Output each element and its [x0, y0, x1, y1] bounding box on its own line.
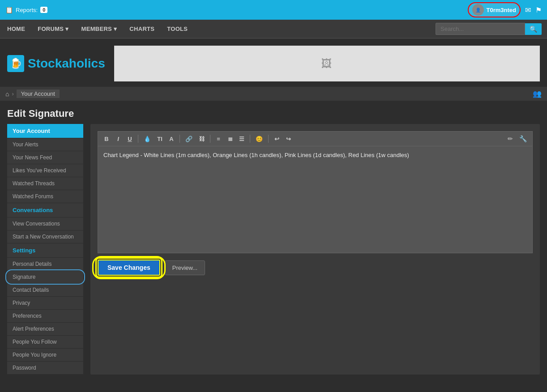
search-area: 🔍 [436, 23, 542, 35]
sidebar-item-alert-preferences[interactable]: Alert Preferences [7, 323, 83, 336]
save-btn-wrapper: Save Changes [98, 260, 160, 276]
toolbar-italic[interactable]: I [113, 135, 123, 143]
toolbar-underline[interactable]: U [125, 135, 135, 143]
page-title-area: Edit Signature [0, 102, 547, 124]
editor-body[interactable]: Chart Legend - White Lines (1m candles),… [98, 146, 533, 253]
sidebar-item-personal-details[interactable]: Personal Details [7, 258, 83, 271]
sidebar-item-contact-details[interactable]: Contact Details [7, 284, 83, 297]
brand-name: Stockaholics [28, 56, 105, 71]
save-changes-button[interactable]: Save Changes [98, 260, 160, 276]
nav-forums[interactable]: FORUMS ▾ [36, 26, 70, 32]
sidebar-item-newsfeed[interactable]: Your News Feed [7, 151, 83, 164]
sidebar-settings-header: Settings [7, 243, 83, 258]
sidebar-item-signature[interactable]: Signature [7, 271, 83, 284]
sidebar-item-watched-forums[interactable]: Watched Forums [7, 190, 83, 203]
content-area: B I U 💧 TI A 🔗 ⛓ ≡ ≣ ☰ 😊 ↩ ↪ ✏ 🔧 [90, 124, 540, 375]
flag-icon[interactable]: ⚑ [535, 6, 542, 14]
sidebar-item-alerts[interactable]: Your Alerts [7, 138, 83, 151]
sidebar-item-people-follow[interactable]: People You Follow [7, 336, 83, 349]
sidebar: Your Account Your Alerts Your News Feed … [7, 124, 83, 375]
reports-label: Reports: [16, 7, 38, 13]
nav-home[interactable]: HOME [5, 26, 27, 32]
toolbar-right: ✏ 🔧 [506, 134, 529, 143]
breadcrumb-users-icon: 👥 [533, 89, 542, 98]
sidebar-item-likes[interactable]: Likes You've Received [7, 164, 83, 177]
search-input[interactable] [436, 23, 525, 35]
toolbar-undo[interactable]: ↩ [272, 135, 282, 143]
toolbar-align[interactable]: ≡ [214, 135, 223, 143]
nav-tools[interactable]: TOOLS [165, 26, 189, 32]
top-bar-right: 👤 T0rm3nted ✉ ⚑ [468, 2, 542, 17]
toolbar-font[interactable]: A [167, 135, 176, 143]
mail-icon[interactable]: ✉ [525, 6, 531, 14]
sidebar-item-people-ignore[interactable]: People You Ignore [7, 349, 83, 362]
search-button[interactable]: 🔍 [525, 23, 542, 35]
toolbar-redo[interactable]: ↪ [283, 135, 293, 143]
breadcrumb: ⌂ › Your Account [5, 89, 60, 98]
toolbar-emoji[interactable]: 😊 [253, 135, 265, 143]
editor-content: Chart Legend - White Lines (1m candles),… [103, 152, 409, 158]
breadcrumb-home-icon[interactable]: ⌂ [5, 90, 9, 98]
preview-button[interactable]: Preview... [165, 260, 205, 275]
sidebar-item-view-conversations[interactable]: View Conversations [7, 217, 83, 230]
sidebar-item-password[interactable]: Password [7, 362, 83, 375]
main-layout: Your Account Your Alerts Your News Feed … [0, 124, 547, 382]
logo-icon: 🍺 [7, 55, 24, 72]
toolbar-list-ordered[interactable]: ≣ [225, 135, 235, 143]
toolbar-pencil-icon[interactable]: ✏ [506, 134, 515, 143]
sidebar-item-privacy[interactable]: Privacy [7, 297, 83, 310]
sidebar-item-preferences[interactable]: Preferences [7, 310, 83, 323]
toolbar-fontsize[interactable]: TI [155, 135, 165, 143]
brand-ad: 🖼 [114, 46, 540, 81]
username: T0rm3nted [487, 7, 516, 13]
report-icon: 📋 [5, 6, 13, 13]
toolbar-sep-3 [210, 135, 210, 143]
toolbar-unlink[interactable]: ⛓ [197, 135, 207, 143]
sidebar-item-watched-threads[interactable]: Watched Threads [7, 177, 83, 190]
toolbar-list-unordered[interactable]: ☰ [237, 135, 247, 143]
sidebar-item-new-conversation[interactable]: Start a New Conversation [7, 230, 83, 243]
toolbar-sep-4 [250, 135, 250, 143]
toolbar-sep-5 [268, 135, 269, 143]
toolbar-sep-1 [138, 135, 138, 143]
page-title: Edit Signature [7, 108, 540, 119]
breadcrumb-current: Your Account [17, 89, 60, 98]
sidebar-conversations-header: Conversations [7, 203, 83, 217]
toolbar-wrench-icon[interactable]: 🔧 [517, 134, 529, 143]
toolbar-link[interactable]: 🔗 [183, 135, 195, 143]
toolbar-sep-2 [179, 135, 180, 143]
editor-actions: Save Changes Preview... [98, 260, 533, 276]
toolbar-color[interactable]: 💧 [141, 135, 153, 143]
toolbar-bold[interactable]: B [102, 135, 111, 143]
nav-bar: HOME FORUMS ▾ MEMBERS ▾ CHARTS TOOLS 🔍 [0, 20, 547, 38]
user-chip[interactable]: 👤 T0rm3nted [468, 2, 521, 17]
breadcrumb-separator: › [12, 90, 13, 97]
nav-charts[interactable]: CHARTS [128, 26, 156, 32]
top-bar: 📋 Reports: 0 👤 T0rm3nted ✉ ⚑ [0, 0, 547, 20]
nav-members[interactable]: MEMBERS ▾ [80, 26, 119, 32]
reports-count: 0 [40, 7, 47, 13]
brand-logo[interactable]: 🍺 Stockaholics [7, 55, 105, 72]
top-bar-left: 📋 Reports: 0 [5, 6, 47, 13]
avatar: 👤 [472, 4, 484, 16]
breadcrumb-bar: ⌂ › Your Account 👥 [0, 87, 547, 102]
sidebar-account-header[interactable]: Your Account [7, 124, 83, 138]
editor-toolbar: B I U 💧 TI A 🔗 ⛓ ≡ ≣ ☰ 😊 ↩ ↪ ✏ 🔧 [98, 131, 533, 146]
brand-area: 🍺 Stockaholics 🖼 [0, 38, 547, 87]
